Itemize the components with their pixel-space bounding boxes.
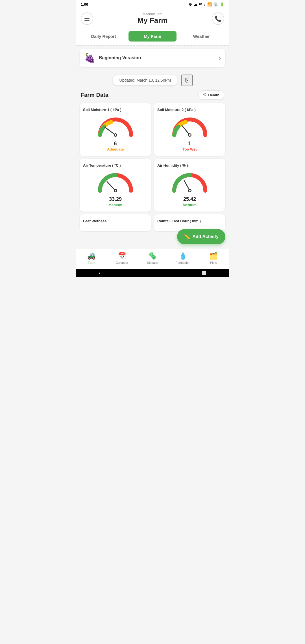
growth-left: 🍇 Beginning Verasion	[84, 53, 141, 63]
nav-item-plots[interactable]: 🗂️ Plots	[205, 252, 222, 264]
farm-nav-icon: 🚜	[87, 252, 96, 260]
soil-moisture-1-status: Adequate	[107, 147, 124, 151]
tab-weather[interactable]: Weather	[178, 31, 225, 42]
time-display: 1:06	[81, 2, 88, 6]
heartbeat-icon: ♡	[203, 93, 206, 97]
pencil-icon: ✏️	[184, 234, 190, 240]
svg-point-5	[189, 134, 191, 136]
farm-title: My Farm	[93, 16, 212, 25]
tab-divider	[76, 45, 229, 46]
chevron-right-icon: ›	[219, 55, 221, 61]
air-humidity-value: 25.42	[183, 196, 196, 202]
rainfall-card: Rainfall Last Hour ( mm )	[154, 214, 225, 231]
fertigation-nav-label: Fertigation	[176, 261, 190, 264]
header-center: Madhala Plot My Farm	[93, 12, 212, 25]
menu-line-1	[84, 17, 90, 17]
menu-line-2	[84, 18, 90, 19]
fab-area: ✏️ Add Activity	[80, 229, 225, 244]
svg-line-0	[105, 127, 116, 135]
growth-label: Beginning Verasion	[99, 55, 141, 60]
share-button[interactable]: ⎘	[181, 75, 193, 86]
air-temp-gauge	[96, 171, 135, 193]
wifi-icon: 📶	[207, 2, 212, 6]
air-temp-title: Air Temperature ( °C )	[83, 163, 121, 167]
rainfall-title: Rainfall Last Hour ( mm )	[157, 219, 222, 223]
health-button[interactable]: ♡ Health	[198, 90, 224, 100]
tab-bar: Daily Report My Farm Weather	[76, 29, 229, 45]
farm-data-title: Farm Data	[81, 92, 108, 98]
soil-moisture-1-card: Soil Moisture-1 ( kPa ) 6 Adequate	[80, 103, 151, 156]
add-activity-button[interactable]: ✏️ Add Activity	[177, 229, 225, 244]
tab-daily-report[interactable]: Daily Report	[80, 31, 127, 42]
disease-nav-icon: 🦠	[148, 252, 157, 260]
android-nav-bar: ‹ ⬜	[76, 269, 229, 277]
calendar-nav-icon: 📅	[118, 252, 126, 260]
farm-nav-label: Farm	[88, 261, 95, 264]
partial-cards-grid: Leaf Wetness Rainfall Last Hour ( mm )	[80, 214, 225, 231]
svg-line-6	[107, 182, 116, 191]
mail-icon: ✉	[199, 2, 202, 6]
update-timestamp: Updated: March 10, 12:50PM	[112, 75, 178, 86]
fertigation-nav-icon: 💧	[179, 252, 187, 260]
status-bar: 1:06 ⚙ ☁ ✉ ♪ 📶 📡 🔋	[76, 0, 229, 9]
call-icon: 📞	[215, 15, 222, 22]
soil-moisture-1-gauge	[96, 115, 135, 138]
svg-line-3	[182, 125, 190, 135]
menu-button[interactable]	[81, 12, 93, 25]
svg-point-8	[115, 190, 116, 192]
soil-moisture-2-card: Soil Moisture-2 ( kPa ) 1 Too Wet	[154, 103, 225, 156]
plots-nav-icon: 🗂️	[209, 252, 218, 260]
leaf-wetness-card: Leaf Wetness	[80, 214, 151, 231]
add-activity-label: Add Activity	[192, 234, 219, 239]
settings-icon: ⚙	[189, 2, 192, 6]
svg-point-11	[189, 190, 191, 192]
air-temp-card: Air Temperature ( °C ) 33.29 Medium	[80, 159, 151, 212]
grape-icon: 🍇	[84, 53, 95, 63]
air-temp-status: Medium	[108, 203, 122, 207]
nav-item-fertigation[interactable]: 💧 Fertigation	[175, 252, 191, 264]
menu-line-3	[84, 20, 90, 21]
soil-moisture-2-gauge	[170, 115, 210, 138]
gauge-cards-grid: Soil Moisture-1 ( kPa ) 6 Adequate Soil …	[76, 103, 229, 214]
soil-moisture-2-status: Too Wet	[182, 147, 197, 151]
soil-moisture-1-value: 6	[114, 141, 117, 147]
air-humidity-title: Air Humidity ( % )	[157, 163, 188, 167]
nav-item-farm[interactable]: 🚜 Farm	[83, 252, 100, 264]
gauge-svg-2	[170, 115, 210, 138]
battery-icon: 🔋	[220, 2, 224, 6]
header: Madhala Plot My Farm 📞	[76, 9, 229, 29]
tab-my-farm[interactable]: My Farm	[128, 31, 176, 42]
leaf-wetness-title: Leaf Wetness	[83, 219, 148, 223]
share-icon: ⎘	[185, 77, 189, 84]
call-button[interactable]: 📞	[212, 12, 224, 25]
gauge-svg-1	[96, 115, 135, 138]
status-icons: ⚙ ☁ ✉ ♪ 📶 📡 🔋	[189, 2, 225, 6]
soil-moisture-2-title: Soil Moisture-2 ( kPa )	[157, 108, 196, 112]
back-button[interactable]: ‹	[99, 270, 101, 276]
air-humidity-gauge	[170, 171, 210, 193]
nav-item-calendar[interactable]: 📅 Calendar	[114, 252, 130, 264]
calendar-nav-label: Calendar	[116, 261, 128, 264]
update-bar: Updated: March 10, 12:50PM ⎘	[76, 70, 229, 88]
signal-icon: 📡	[213, 2, 218, 6]
svg-line-9	[184, 180, 190, 191]
disease-nav-label: Disease	[147, 261, 158, 264]
plots-nav-label: Plots	[210, 261, 217, 264]
air-humidity-status: Medium	[183, 203, 197, 207]
soil-moisture-1-title: Soil Moisture-1 ( kPa )	[83, 108, 121, 112]
soil-moisture-2-value: 1	[188, 141, 191, 147]
farm-subtitle: Madhala Plot	[93, 12, 212, 16]
farm-data-header: Farm Data ♡ Health	[76, 88, 229, 103]
air-temp-value: 33.29	[109, 196, 122, 202]
gauge-svg-3	[96, 171, 135, 193]
bottom-section: Leaf Wetness Rainfall Last Hour ( mm ) ✏…	[76, 214, 229, 249]
growth-stage-item[interactable]: 🍇 Beginning Verasion ›	[80, 49, 225, 67]
gauge-svg-4	[170, 171, 210, 193]
bottom-navigation: 🚜 Farm 📅 Calendar 🦠 Disease 💧 Fertigatio…	[76, 249, 229, 269]
air-humidity-card: Air Humidity ( % ) 25.42 Medium	[154, 159, 225, 212]
svg-point-2	[115, 134, 116, 136]
home-button[interactable]: ⬜	[201, 271, 206, 275]
music-icon: ♪	[204, 2, 206, 6]
nav-item-disease[interactable]: 🦠 Disease	[144, 252, 161, 264]
status-time: 1:06	[81, 2, 88, 6]
